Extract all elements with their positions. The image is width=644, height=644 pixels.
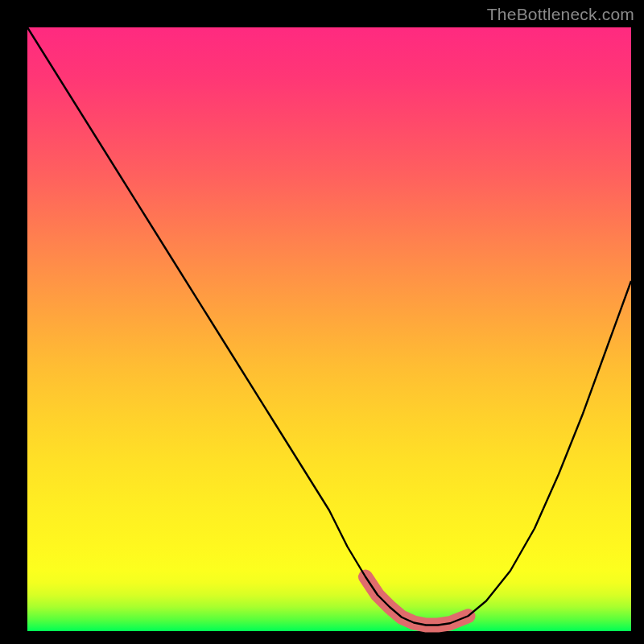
chart-frame: TheBottleneck.com	[0, 0, 644, 644]
watermark-text: TheBottleneck.com	[487, 5, 634, 24]
chart-svg	[27, 27, 631, 631]
chart-plot-area	[27, 27, 631, 631]
highlight-segment	[365, 577, 469, 625]
main-curve	[27, 27, 631, 625]
